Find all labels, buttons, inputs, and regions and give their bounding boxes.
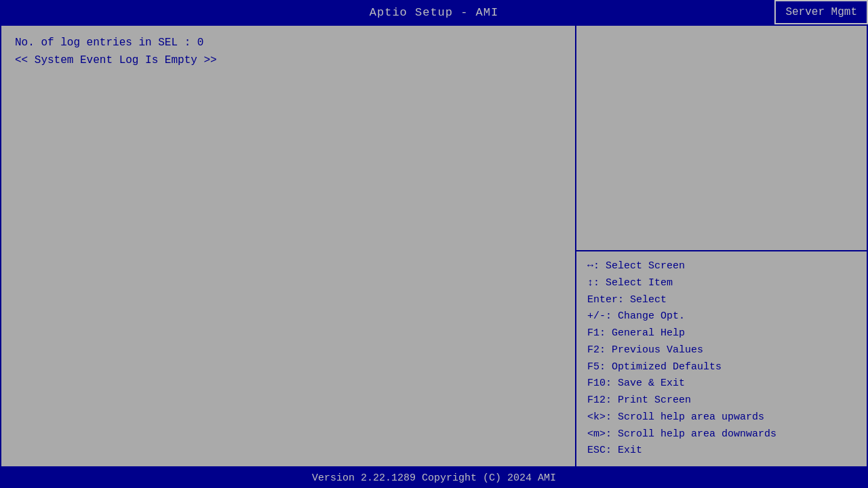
help-line: <m>: Scroll help area downwards: [587, 426, 856, 443]
header-title: Aptio Setup - AMI: [370, 6, 498, 19]
help-line: ↕: Select Item: [587, 275, 856, 292]
log-count: No. of log entries in SEL : 0: [15, 37, 561, 49]
help-line: ↔: Select Screen: [587, 258, 856, 275]
help-line: <k>: Scroll help area upwards: [587, 409, 856, 426]
help-line: F2: Previous Values: [587, 342, 856, 359]
help-line: F12: Print Screen: [587, 392, 856, 409]
help-line: Enter: Select: [587, 292, 856, 309]
help-area: ↔: Select Screen↕: Select ItemEnter: Sel…: [576, 251, 867, 466]
main-content: No. of log entries in SEL : 0 << System …: [0, 24, 868, 468]
footer: Version 2.22.1289 Copyright (C) 2024 AMI: [0, 468, 868, 488]
help-line: F1: General Help: [587, 325, 856, 342]
help-line: ESC: Exit: [587, 443, 856, 460]
help-line: F10: Save & Exit: [587, 375, 856, 392]
left-panel: No. of log entries in SEL : 0 << System …: [1, 26, 576, 466]
right-panel: ↔: Select Screen↕: Select ItemEnter: Sel…: [576, 26, 867, 466]
help-line: +/-: Change Opt.: [587, 308, 856, 325]
footer-text: Version 2.22.1289 Copyright (C) 2024 AMI: [312, 472, 556, 484]
log-empty: << System Event Log Is Empty >>: [15, 54, 561, 66]
header: Aptio Setup - AMI Server Mgmt: [0, 0, 868, 24]
header-badge: Server Mgmt: [774, 0, 868, 24]
right-top-area: [576, 26, 867, 251]
help-line: F5: Optimized Defaults: [587, 359, 856, 376]
